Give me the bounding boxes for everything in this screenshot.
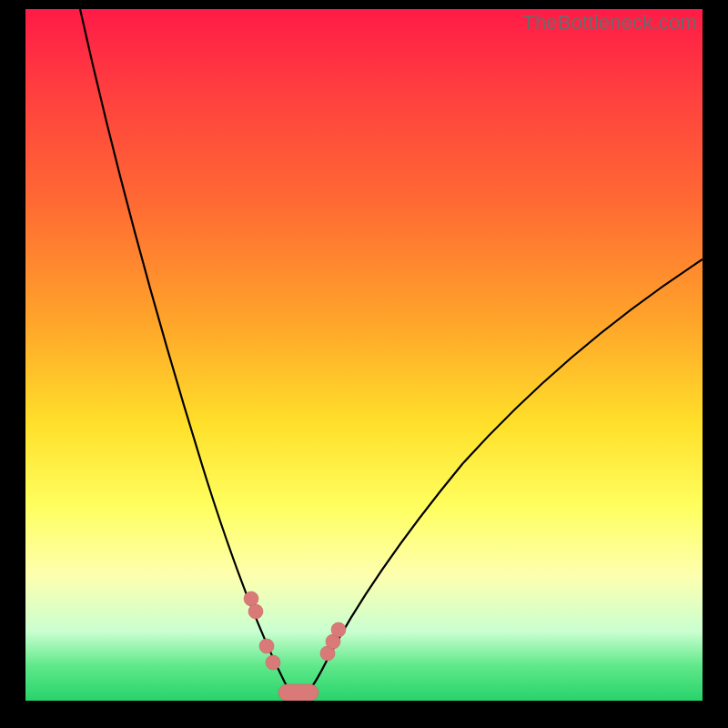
valley-bar [278, 684, 318, 701]
marker-dot [244, 592, 258, 606]
marker-dot [266, 655, 280, 670]
marker-dot [248, 604, 263, 619]
marker-dot [259, 639, 274, 653]
left-curve [80, 9, 298, 699]
right-curve [298, 259, 703, 699]
marker-dot [331, 622, 346, 637]
watermark-text: TheBottleneck.com [522, 11, 697, 35]
chart-svg [25, 9, 703, 701]
chart-frame [25, 9, 703, 701]
